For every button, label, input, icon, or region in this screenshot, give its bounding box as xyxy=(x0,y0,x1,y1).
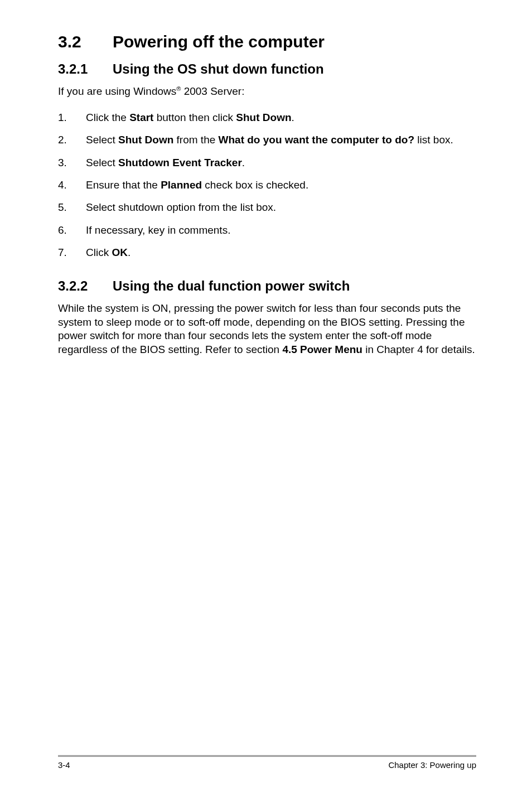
step-content: Click OK. xyxy=(86,246,476,259)
step-text-bold: Shut Down xyxy=(118,134,173,146)
subsection-1-title-text: Using the OS shut down function xyxy=(113,61,324,76)
step-text: check box is checked. xyxy=(202,179,308,191)
step-text: button then click xyxy=(153,112,236,123)
body-text: in Chapter 4 for details. xyxy=(362,344,475,355)
step-item: 7.Click OK. xyxy=(58,246,476,259)
step-content: Click the Start button then click Shut D… xyxy=(86,111,476,124)
page-footer: 3-4 Chapter 3: Powering up xyxy=(58,755,476,770)
step-text: . xyxy=(292,112,294,123)
step-content: Select Shutdown Event Tracker. xyxy=(86,156,476,170)
page: 3.2Powering off the computer 3.2.1Using … xyxy=(0,0,532,802)
subsection-2-heading: 3.2.2Using the dual function power switc… xyxy=(58,278,476,294)
footer-rule xyxy=(58,755,476,757)
step-content: If necessary, key in comments. xyxy=(86,224,476,237)
footer-row: 3-4 Chapter 3: Powering up xyxy=(58,760,476,770)
step-item: 4.Ensure that the Planned check box is c… xyxy=(58,178,476,192)
body-text-bold: 4.5 Power Menu xyxy=(282,344,362,355)
subsection-1-number: 3.2.1 xyxy=(58,61,113,77)
step-text: Ensure that the xyxy=(86,179,161,191)
chapter-label: Chapter 3: Powering up xyxy=(388,760,476,770)
subsection-1-heading: 3.2.1Using the OS shut down function xyxy=(58,61,476,77)
step-content: Select shutdown option from the list box… xyxy=(86,201,476,214)
step-text: If necessary, key in comments. xyxy=(86,224,230,236)
step-text: from the xyxy=(173,134,218,146)
step-text-bold: OK xyxy=(112,247,128,258)
step-marker: 6. xyxy=(58,224,86,237)
intro-suffix: 2003 Server: xyxy=(181,85,244,97)
page-number: 3-4 xyxy=(58,760,70,770)
step-text: Click the xyxy=(86,112,129,123)
step-item: 1.Click the Start button then click Shut… xyxy=(58,111,476,124)
step-text-bold: What do you want the computer to do? xyxy=(219,134,414,146)
step-item: 2.Select Shut Down from the What do you … xyxy=(58,133,476,147)
subsection-2-number: 3.2.2 xyxy=(58,278,113,294)
step-marker: 1. xyxy=(58,111,86,124)
step-item: 5.Select shutdown option from the list b… xyxy=(58,201,476,214)
section-number: 3.2 xyxy=(58,32,113,51)
step-marker: 2. xyxy=(58,133,86,147)
step-text: . xyxy=(242,157,245,168)
step-text: Click xyxy=(86,247,112,258)
step-item: 6.If necessary, key in comments. xyxy=(58,224,476,237)
subsection-1-intro: If you are using Windows® 2003 Server: xyxy=(58,85,476,99)
subsection-2-title-text: Using the dual function power switch xyxy=(113,278,350,293)
step-content: Ensure that the Planned check box is che… xyxy=(86,178,476,192)
step-text-bold: Start xyxy=(129,112,153,123)
step-item: 3.Select Shutdown Event Tracker. xyxy=(58,156,476,170)
step-text-bold: Shut Down xyxy=(236,112,291,123)
step-marker: 7. xyxy=(58,246,86,259)
subsection-2-body: While the system is ON, pressing the pow… xyxy=(58,302,476,356)
step-text: list box. xyxy=(414,134,453,146)
section-title-text: Powering off the computer xyxy=(113,32,325,51)
step-text-bold: Planned xyxy=(161,179,202,191)
step-marker: 3. xyxy=(58,156,86,170)
step-content: Select Shut Down from the What do you wa… xyxy=(86,133,476,147)
step-text: Select shutdown option from the list box… xyxy=(86,201,276,213)
step-text: Select xyxy=(86,157,118,168)
intro-prefix: If you are using Windows xyxy=(58,85,176,97)
step-marker: 4. xyxy=(58,178,86,192)
step-marker: 5. xyxy=(58,201,86,214)
steps-list: 1.Click the Start button then click Shut… xyxy=(58,111,476,259)
step-text: . xyxy=(128,247,130,258)
step-text-bold: Shutdown Event Tracker xyxy=(118,157,242,168)
step-text: Select xyxy=(86,134,118,146)
section-heading: 3.2Powering off the computer xyxy=(58,32,476,51)
